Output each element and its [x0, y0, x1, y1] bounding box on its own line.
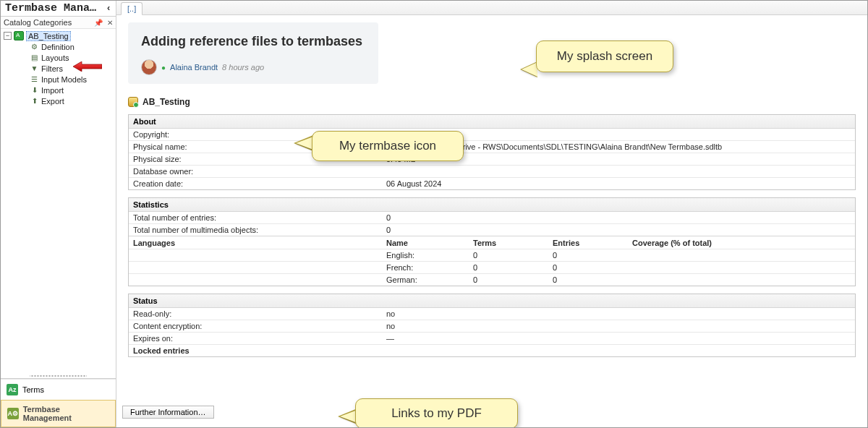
splash-title: Adding reference files to termbases	[141, 34, 365, 49]
lang-entries: 0	[548, 249, 628, 262]
col-name: Name	[382, 236, 469, 249]
statistics-header: Statistics	[129, 198, 855, 212]
splash-panel: Adding reference files to termbases ● Al…	[128, 22, 378, 84]
lang-terms: 0	[469, 262, 548, 274]
status-expires-value: —	[382, 333, 855, 345]
stats-entries-value: 0	[382, 212, 855, 224]
table-row: Content encryption: no	[129, 320, 855, 333]
languages-label: Languages	[129, 236, 382, 249]
sidebar-title-text: Termbase Mana…	[5, 2, 96, 14]
col-entries: Entries	[548, 236, 628, 249]
export-icon: ⬆	[30, 96, 39, 106]
content-area: Adding reference files to termbases ● Al…	[116, 15, 867, 427]
nav-termbase-management[interactable]: A⚙ Termbase Management	[1, 400, 116, 427]
time-ago: 8 hours ago	[222, 63, 264, 72]
nav-terms[interactable]: Az Terms	[1, 379, 116, 400]
lang-coverage	[628, 249, 855, 262]
sidebar: Termbase Mana… ‹ Catalog Categories 📌 ✕ …	[1, 1, 116, 427]
status-locked-label: Locked entries	[129, 345, 382, 357]
nav-terms-label: Terms	[22, 385, 44, 394]
author-link[interactable]: Alaina Brandt	[170, 63, 218, 72]
nav-management-label: Termbase Management	[23, 405, 109, 422]
further-information-button[interactable]: Further Information…	[122, 406, 214, 419]
sidebar-title: Termbase Mana… ‹	[1, 1, 116, 17]
tab-label: [..]	[127, 4, 136, 13]
splash-author-row: ● Alaina Brandt 8 hours ago	[141, 59, 365, 75]
tree-item-label: Layouts	[41, 54, 69, 62]
table-row: Database owner:	[129, 166, 855, 178]
tree-item-import[interactable]: ⬇ Import	[2, 85, 114, 95]
catalog-header-label: Catalog Categories	[4, 18, 72, 27]
table-row: Expires on: —	[129, 333, 855, 345]
catalog-tree: − AB_Testing ⚙ Definition ▤ Layouts ▼ Fi…	[1, 29, 116, 114]
tree-root-ab-testing[interactable]: − AB_Testing	[2, 30, 114, 41]
status-encryption-label: Content encryption:	[129, 320, 382, 333]
collapse-sidebar-icon[interactable]: ‹	[106, 3, 111, 14]
tree-item-label: Definition	[41, 43, 75, 51]
stats-mm-value: 0	[382, 224, 855, 236]
close-panel-icon[interactable]: ✕	[107, 19, 113, 27]
tab-current[interactable]: [..]	[121, 2, 142, 15]
callout-pdf: Links to my PDF	[355, 398, 518, 428]
termbase-db-icon	[14, 31, 24, 40]
tree-root-label: AB_Testing	[26, 31, 71, 41]
table-row: Read-only: no	[129, 308, 855, 320]
lang-entries: 0	[548, 274, 628, 286]
termbase-heading: AB_Testing	[128, 97, 856, 107]
status-expires-label: Expires on:	[129, 333, 382, 345]
filter-icon: ▼	[30, 64, 39, 73]
terms-icon: Az	[7, 384, 18, 395]
table-row: Physical size: 3.43 MB	[129, 153, 855, 166]
callout-pdf-text: Links to my PDF	[391, 406, 482, 420]
table-row: Physical name: C:\Users\pfilkin\OneDrive…	[129, 141, 855, 153]
tree-item-input-models[interactable]: ☰ Input Models	[2, 74, 114, 85]
table-row: Total number of entries: 0	[129, 212, 855, 224]
termbase-icon	[128, 97, 138, 107]
main-panel: [..] Adding reference files to termbases…	[116, 1, 867, 427]
pin-icon[interactable]: 📌	[94, 19, 103, 27]
lang-entries: 0	[548, 262, 628, 274]
about-panel: About Copyright: AB_Community Physical n…	[128, 114, 856, 190]
status-header: Status	[129, 294, 855, 308]
status-panel: Status Read-only: no Content encryption:…	[128, 294, 856, 357]
about-creation-label: Creation date:	[129, 178, 382, 190]
lang-name: German:	[382, 274, 469, 286]
import-icon: ⬇	[30, 85, 39, 95]
avatar	[141, 59, 157, 75]
status-encryption-value: no	[382, 320, 855, 333]
about-creation-value: 06 August 2024	[382, 178, 855, 190]
status-readonly-label: Read-only:	[129, 308, 382, 320]
online-dot-icon: ●	[161, 64, 166, 72]
tree-item-export[interactable]: ⬆ Export	[2, 95, 114, 106]
col-coverage: Coverage (% of total)	[628, 236, 855, 249]
stats-mm-label: Total number of multimedia objects:	[129, 224, 382, 236]
lang-name: French:	[382, 262, 469, 274]
about-header: About	[129, 115, 855, 129]
lang-name: English:	[382, 249, 469, 262]
termbase-management-icon: A⚙	[7, 408, 19, 419]
tree-item-layouts[interactable]: ▤ Layouts	[2, 52, 114, 63]
tree-item-label: Export	[41, 97, 64, 106]
about-db-owner-label: Database owner:	[129, 166, 382, 178]
collapse-toggle-icon[interactable]: −	[4, 32, 12, 40]
tree-item-definition[interactable]: ⚙ Definition	[2, 41, 114, 52]
table-row: English: 0 0	[129, 249, 855, 262]
table-row: German: 0 0	[129, 274, 855, 286]
table-row: Locked entries	[129, 345, 855, 357]
about-db-owner-value	[382, 166, 855, 178]
tree-item-filters[interactable]: ▼ Filters	[2, 63, 114, 74]
callout-icon-text: My termbase icon	[339, 139, 436, 153]
tree-item-label: Input Models	[41, 75, 87, 84]
callout-tail-icon	[522, 62, 537, 77]
layout-icon: ▤	[30, 53, 39, 62]
callout-termbase-icon: My termbase icon	[312, 131, 464, 161]
callout-splash: My splash screen	[536, 40, 673, 72]
table-row: Copyright: AB_Community	[129, 129, 855, 141]
col-terms: Terms	[469, 236, 548, 249]
model-icon: ☰	[30, 74, 39, 84]
lang-coverage	[628, 274, 855, 286]
catalog-header: Catalog Categories 📌 ✕	[1, 17, 116, 29]
tree-item-label: Filters	[41, 64, 63, 73]
languages-header-row: Languages Name Terms Entries Coverage (%…	[129, 236, 855, 249]
table-row: French: 0 0	[129, 262, 855, 274]
